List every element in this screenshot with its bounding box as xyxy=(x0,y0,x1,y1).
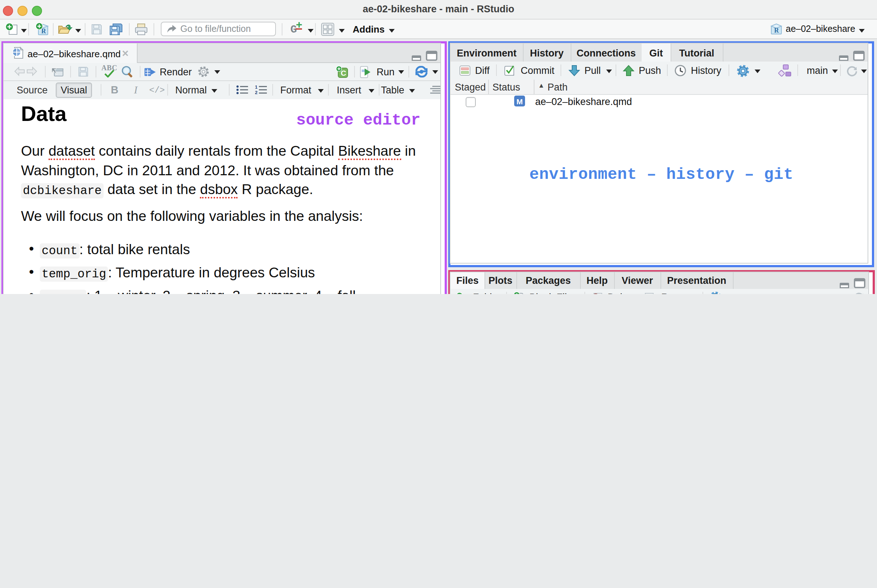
svg-text:2: 2 xyxy=(255,90,258,95)
svg-text:R: R xyxy=(774,26,779,34)
svg-text:1: 1 xyxy=(255,85,258,90)
